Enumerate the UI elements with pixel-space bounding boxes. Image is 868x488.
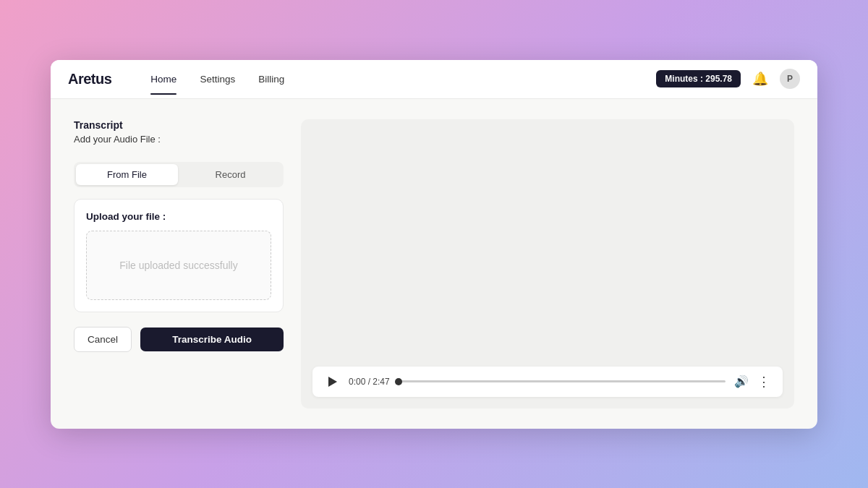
main-content: Transcript Add your Audio File : From Fi… <box>51 99 817 429</box>
navbar: Aretus Home Settings Billing Minutes : 2… <box>51 60 817 99</box>
time-display: 0:00 / 2:47 <box>349 377 390 387</box>
app-logo: Aretus <box>68 71 111 87</box>
nav-item-billing[interactable]: Billing <box>248 69 294 89</box>
right-panel: 0:00 / 2:47 🔊 ⋮ <box>301 119 794 408</box>
progress-thumb <box>395 378 402 385</box>
minutes-badge: Minutes : 295.78 <box>656 70 741 87</box>
file-toggle-group: From File Record <box>74 162 284 187</box>
cancel-button[interactable]: Cancel <box>74 327 132 352</box>
play-icon <box>328 377 337 387</box>
volume-icon[interactable]: 🔊 <box>734 374 749 388</box>
progress-track[interactable] <box>399 380 726 382</box>
more-icon[interactable]: ⋮ <box>757 374 771 390</box>
audio-player: 0:00 / 2:47 🔊 ⋮ <box>312 367 783 397</box>
section-header: Transcript Add your Audio File : <box>74 119 284 150</box>
upload-status-text: File uploaded successfully <box>119 260 237 271</box>
action-buttons: Cancel Transcribe Audio <box>74 327 284 352</box>
nav-links: Home Settings Billing <box>140 69 633 89</box>
upload-section: Upload your file : File uploaded success… <box>74 199 284 312</box>
nav-item-settings[interactable]: Settings <box>190 69 245 89</box>
upload-label: Upload your file : <box>86 211 271 222</box>
play-button[interactable] <box>324 374 340 390</box>
nav-item-home[interactable]: Home <box>140 69 187 89</box>
add-file-label: Add your Audio File : <box>74 134 284 145</box>
left-panel: Transcript Add your Audio File : From Fi… <box>74 119 284 408</box>
nav-right: Minutes : 295.78 🔔 P <box>656 69 800 89</box>
section-title: Transcript <box>74 119 284 131</box>
toggle-from-file-button[interactable]: From File <box>76 164 178 185</box>
user-avatar[interactable]: P <box>780 69 800 89</box>
bell-icon[interactable]: 🔔 <box>752 71 768 87</box>
transcribe-button[interactable]: Transcribe Audio <box>140 328 284 351</box>
toggle-record-button[interactable]: Record <box>179 164 281 185</box>
upload-dropzone[interactable]: File uploaded successfully <box>86 231 271 300</box>
app-window: Aretus Home Settings Billing Minutes : 2… <box>51 60 817 429</box>
